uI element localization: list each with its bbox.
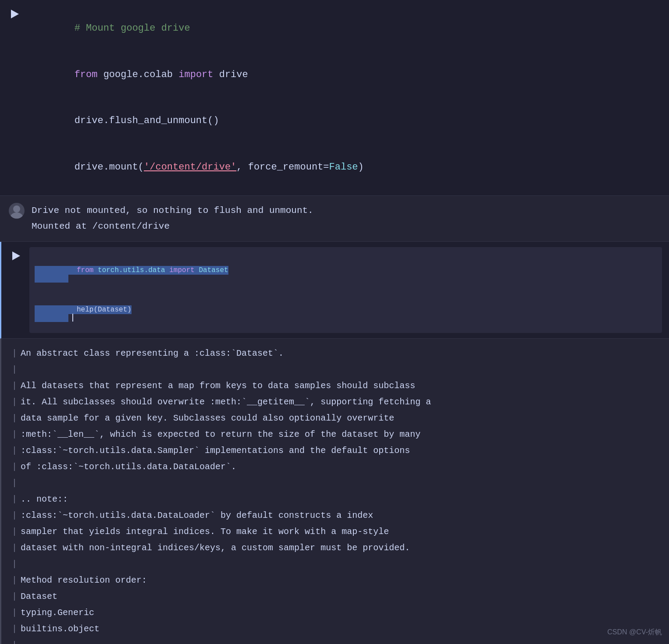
output2-line: | [12, 556, 658, 572]
watermark: CSDN @CV-炘帆 [607, 628, 662, 637]
svg-point-1 [11, 212, 23, 219]
selected-line-2: help(Dataset) [35, 305, 132, 322]
line-content: Method resolution order: [21, 573, 658, 588]
line-content [21, 556, 658, 572]
border-char: | [12, 378, 17, 393]
line-content [21, 475, 658, 491]
notebook: # Mount google drive from google.colab i… [0, 0, 669, 644]
output2-line: |Method resolution order: [12, 573, 658, 588]
border-char: | [12, 394, 17, 410]
border-char: | [12, 621, 17, 637]
code-content-1: # Mount google drive from google.colab i… [28, 5, 662, 190]
output2-line: |data sample for a given key. Subclasses… [12, 410, 658, 426]
line-content: An abstract class representing a :class:… [21, 346, 658, 361]
output2-line: | Dataset [12, 589, 658, 604]
output2-line: | builtins.object [12, 621, 658, 637]
code-line-mount: drive.mount('/content/drive', force_remo… [28, 144, 662, 191]
mount-path: '/content/drive' [144, 162, 236, 173]
code-line-comment: # Mount google drive [28, 5, 662, 52]
border-char: | [12, 508, 17, 523]
output2-line: |.. note:: [12, 492, 658, 507]
line-content: of :class:`~torch.utils.data.DataLoader`… [21, 459, 658, 474]
output2-line: | typing.Generic [12, 605, 658, 620]
code-line-import: from google.colab import drive [28, 52, 662, 98]
output2-line: | [12, 637, 658, 644]
line-content [21, 362, 658, 377]
output-line-2: Mounted at /content/drive [32, 219, 313, 234]
output2-line: | :class:`~torch.utils.data.DataLoader` … [12, 508, 658, 523]
border-char: | [12, 362, 17, 377]
bool-false: False [329, 162, 358, 173]
output-text-1: Drive not mounted, so nothing to flush a… [32, 203, 313, 234]
output2-line: | dataset with non-integral indices/keys… [12, 540, 658, 556]
border-char: | [12, 410, 17, 426]
code-cell-2: from torch.utils.data import Dataset hel… [0, 242, 669, 339]
border-char: | [12, 443, 17, 458]
play-icon-2 [12, 251, 20, 260]
keyword-from: from [75, 69, 98, 80]
line-content: :class:`~torch.utils.data.Sampler` imple… [21, 443, 658, 458]
border-char: | [12, 475, 17, 491]
selected-line-1: from torch.utils.data import Dataset [35, 266, 228, 283]
run-button-1[interactable] [7, 7, 21, 21]
border-char: | [12, 556, 17, 572]
line-content: typing.Generic [21, 605, 658, 620]
avatar-1 [9, 203, 25, 219]
line-content: sampler that yields integral indices. To… [21, 524, 658, 539]
line-content: it. All subclasses should overwrite :met… [21, 394, 658, 410]
cell2-line1: from torch.utils.data import Dataset [35, 251, 657, 290]
line-content: Dataset [21, 589, 658, 604]
code-cell-1: # Mount google drive from google.colab i… [0, 0, 669, 196]
run-button-2[interactable] [8, 249, 22, 263]
output-cell-2: |An abstract class representing a :class… [0, 339, 669, 644]
border-char: | [12, 346, 17, 361]
cell2-line2: help(Dataset) [35, 290, 657, 329]
output-line-1: Drive not mounted, so nothing to flush a… [32, 203, 313, 219]
border-char: | [12, 637, 17, 644]
cursor [68, 314, 74, 322]
line-content: builtins.object [21, 621, 658, 637]
border-char: | [12, 459, 17, 474]
border-char: | [12, 605, 17, 620]
border-char: | [12, 589, 17, 604]
comment-text: # Mount google drive [75, 23, 190, 34]
output2-line: | [12, 362, 658, 377]
output2-line: |An abstract class representing a :class… [12, 346, 658, 361]
line-content: :class:`~torch.utils.data.DataLoader` by… [21, 508, 658, 523]
keyword-import: import [178, 69, 213, 80]
play-icon-1 [11, 10, 19, 18]
output2-line: |of :class:`~torch.utils.data.DataLoader… [12, 459, 658, 474]
border-char: | [12, 492, 17, 507]
border-char: | [12, 524, 17, 539]
output2-line: | sampler that yields integral indices. … [12, 524, 658, 539]
output2-line: |:class:`~torch.utils.data.Sampler` impl… [12, 443, 658, 458]
line-content: dataset with non-integral indices/keys, … [21, 540, 658, 556]
output2-line: | [12, 475, 658, 491]
line-content: .. note:: [21, 492, 658, 507]
output2-line: |it. All subclasses should overwrite :me… [12, 394, 658, 410]
border-char: | [12, 427, 17, 442]
output-cell-1: Drive not mounted, so nothing to flush a… [0, 196, 669, 241]
code-content-2[interactable]: from torch.utils.data import Dataset hel… [29, 247, 662, 333]
line-content [21, 637, 658, 644]
output2-line: |:meth:`__len__`, which is expected to r… [12, 427, 658, 442]
line-content: All datasets that represent a map from k… [21, 378, 658, 393]
output2-line: |All datasets that represent a map from … [12, 378, 658, 393]
line-content: :meth:`__len__`, which is expected to re… [21, 427, 658, 442]
avatar-icon [9, 203, 25, 219]
svg-point-0 [13, 205, 20, 212]
border-char: | [12, 573, 17, 588]
border-char: | [12, 540, 17, 556]
code-line-flush: drive.flush_and_unmount() [28, 98, 662, 144]
output-content-2: |An abstract class representing a :class… [12, 346, 658, 644]
line-content: data sample for a given key. Subclasses … [21, 410, 658, 426]
